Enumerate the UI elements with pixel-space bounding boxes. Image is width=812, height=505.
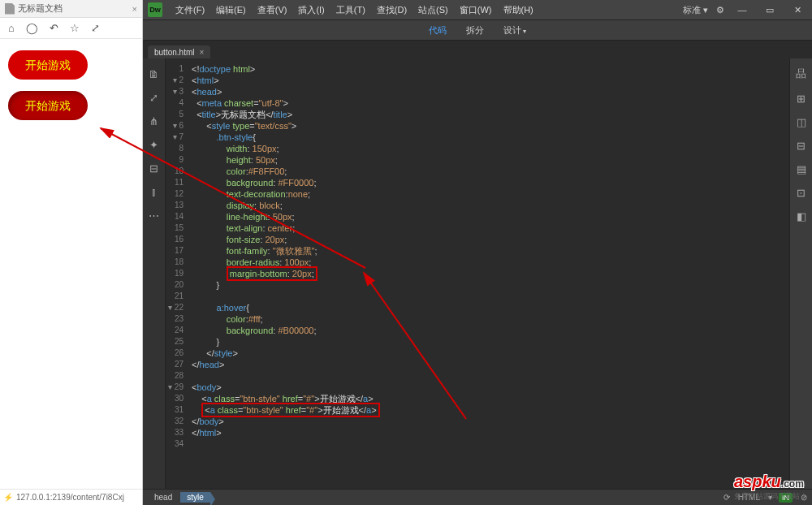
preview-button-2[interactable]: 开始游戏 bbox=[8, 91, 88, 120]
reload-icon[interactable]: ◯ bbox=[26, 22, 38, 34]
tool-more-icon[interactable]: ⋯ bbox=[149, 209, 159, 222]
view-code[interactable]: 代码 bbox=[429, 24, 447, 37]
window-close[interactable]: ✕ bbox=[788, 4, 807, 15]
live-preview-panel: 无标题文档 × ⌂ ◯ ↶ ☆ ⤢ 开始游戏 开始游戏 ⚡ 127.0.0.1:… bbox=[0, 0, 143, 505]
view-split[interactable]: 拆分 bbox=[466, 24, 484, 37]
watermark: aspku.com 免费网站源码下载站！ bbox=[734, 473, 807, 502]
tool-comment-icon[interactable]: ⊟ bbox=[149, 162, 158, 175]
preview-button-1[interactable]: 开始游戏 bbox=[8, 50, 88, 80]
menu-insert[interactable]: 插入(I) bbox=[293, 4, 329, 16]
panel-behaviors-icon[interactable]: ◧ bbox=[797, 210, 806, 222]
crumb-style[interactable]: style bbox=[180, 492, 210, 503]
home-icon[interactable]: ⌂ bbox=[8, 22, 15, 34]
menu-window[interactable]: 窗口(W) bbox=[455, 4, 497, 16]
bolt-icon: ⚡ bbox=[3, 493, 13, 502]
editor: 🗎 ⤢ ⋔ ✦ ⊟ ⫿ ⋯ 1▾ 2▾ 345▾ 6▾ 789101112131… bbox=[143, 58, 812, 489]
panel-dom-icon[interactable]: ⊟ bbox=[797, 140, 806, 152]
dreamweaver-app: Dw 文件(F) 编辑(E) 查看(V) 插入(I) 工具(T) 查找(D) 站… bbox=[143, 0, 812, 505]
sync-icon[interactable]: ⟳ bbox=[723, 493, 730, 502]
preview-status-bar: ⚡ 127.0.0.1:2139/content/7i8Cxj bbox=[0, 489, 142, 505]
tool-magic-icon[interactable]: ✦ bbox=[149, 139, 158, 151]
view-switcher: 代码 拆分 设计 bbox=[143, 19, 812, 41]
menu-site[interactable]: 站点(S) bbox=[413, 4, 453, 16]
tool-split-icon[interactable]: ⋔ bbox=[149, 115, 158, 127]
menu-view[interactable]: 查看(V) bbox=[253, 4, 292, 16]
layout-dropdown[interactable]: 标准 ▾ bbox=[683, 4, 708, 16]
app-logo: Dw bbox=[148, 2, 162, 17]
menu-tools[interactable]: 工具(T) bbox=[331, 4, 370, 16]
crumb-head[interactable]: head bbox=[148, 492, 179, 503]
favorite-icon[interactable]: ☆ bbox=[70, 22, 80, 34]
panel-insert-icon[interactable]: ⊞ bbox=[797, 93, 806, 105]
preview-toolbar: ⌂ ◯ ↶ ☆ ⤢ bbox=[0, 18, 142, 39]
view-design[interactable]: 设计 bbox=[503, 24, 526, 37]
window-minimize[interactable]: ― bbox=[732, 4, 752, 15]
preview-body: 开始游戏 开始游戏 bbox=[0, 39, 142, 143]
settings-icon[interactable]: ⚙ bbox=[716, 5, 724, 15]
preview-url: 127.0.0.1:2139/content/7i8Cxj bbox=[16, 493, 124, 502]
document-icon bbox=[5, 3, 15, 15]
menubar: Dw 文件(F) 编辑(E) 查看(V) 插入(I) 工具(T) 查找(D) 站… bbox=[143, 0, 812, 19]
tool-collapse-icon[interactable]: ⫿ bbox=[151, 186, 157, 198]
close-icon[interactable]: × bbox=[132, 4, 137, 14]
menu-file[interactable]: 文件(F) bbox=[171, 4, 209, 16]
menu-edit[interactable]: 编辑(E) bbox=[211, 4, 251, 16]
panel-css-icon[interactable]: ◫ bbox=[797, 116, 806, 128]
menu-find[interactable]: 查找(D) bbox=[372, 4, 412, 16]
tool-file-icon[interactable]: 🗎 bbox=[149, 68, 159, 80]
panel-snippets-icon[interactable]: ⊡ bbox=[797, 187, 806, 199]
breadcrumb-bar: head style ⟳ HTML ▾ IN ⊘ bbox=[143, 489, 812, 505]
file-tab[interactable]: button.html × bbox=[148, 45, 210, 58]
preview-tab-title: 无标题文档 bbox=[18, 2, 63, 15]
window-maximize[interactable]: ▭ bbox=[760, 4, 780, 15]
line-number-gutter: 1▾ 2▾ 345▾ 6▾ 78910111213141516171819202… bbox=[166, 58, 188, 489]
menu-help[interactable]: 帮助(H) bbox=[499, 4, 538, 16]
panel-assets-icon[interactable]: 品 bbox=[796, 67, 806, 81]
tool-expand-icon[interactable]: ⤢ bbox=[149, 92, 158, 104]
undo-icon[interactable]: ↶ bbox=[50, 22, 58, 34]
close-tab-icon[interactable]: × bbox=[199, 48, 204, 57]
left-tool-rail: 🗎 ⤢ ⋔ ✦ ⊟ ⫿ ⋯ bbox=[143, 58, 166, 489]
panel-files-icon[interactable]: ▤ bbox=[797, 163, 806, 175]
expand-icon[interactable]: ⤢ bbox=[91, 22, 100, 34]
right-panel-rail: 品 ⊞ ◫ ⊟ ▤ ⊡ ◧ bbox=[789, 58, 812, 489]
preview-tab[interactable]: 无标题文档 × bbox=[0, 0, 142, 18]
file-tab-label: button.html bbox=[154, 48, 194, 57]
file-tabs: button.html × bbox=[143, 41, 812, 58]
code-area[interactable]: <!doctype html><html><head> <meta charse… bbox=[188, 58, 789, 489]
